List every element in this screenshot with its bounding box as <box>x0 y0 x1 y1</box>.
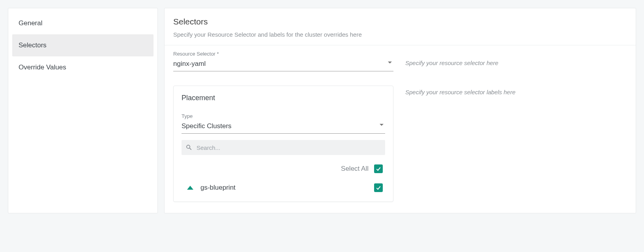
select-all-label: Select All <box>341 165 369 173</box>
search-icon <box>185 144 193 151</box>
chevron-down-icon <box>380 124 384 126</box>
nav-item-override-values[interactable]: Override Values <box>12 56 154 78</box>
panel-title: Selectors <box>173 17 627 26</box>
sidebar-nav: General Selectors Override Values <box>8 8 158 213</box>
cluster-search[interactable] <box>182 140 385 155</box>
cluster-checkbox[interactable] <box>374 183 383 192</box>
placement-type-label: Type <box>182 113 385 119</box>
select-all-row: Select All <box>182 155 385 173</box>
cluster-search-input[interactable] <box>197 144 381 151</box>
check-icon <box>375 166 382 172</box>
placement-card: Placement Type Specific Clusters Select … <box>173 86 393 202</box>
panel-subtitle: Specify your Resource Selector and label… <box>173 31 627 38</box>
panel-header: Selectors Specify your Resource Selector… <box>165 8 636 45</box>
placement-row: Placement Type Specific Clusters Select … <box>165 75 636 205</box>
chevron-down-icon <box>388 62 392 63</box>
select-all-checkbox[interactable] <box>374 164 383 173</box>
check-icon <box>375 185 382 191</box>
resource-selector-select[interactable]: nginx-yaml <box>173 59 393 71</box>
caret-up-icon[interactable] <box>187 186 193 190</box>
placement-helper: Specify your resource selector labels he… <box>393 80 627 95</box>
placement-type-value: Specific Clusters <box>182 122 232 130</box>
cluster-name: gs-blueprint <box>200 184 374 192</box>
cluster-row: gs-blueprint <box>182 173 385 192</box>
resource-selector-value: nginx-yaml <box>173 60 206 67</box>
resource-selector-helper: Specify your resource selector here <box>393 51 627 66</box>
selectors-panel: Selectors Specify your Resource Selector… <box>164 8 636 213</box>
placement-title: Placement <box>182 94 385 102</box>
resource-selector-label: Resource Selector * <box>173 51 393 57</box>
resource-selector-row: Resource Selector * nginx-yaml Specify y… <box>165 45 636 75</box>
nav-item-general[interactable]: General <box>12 12 154 34</box>
placement-type-select[interactable]: Specific Clusters <box>182 121 385 134</box>
nav-item-selectors[interactable]: Selectors <box>12 34 154 56</box>
